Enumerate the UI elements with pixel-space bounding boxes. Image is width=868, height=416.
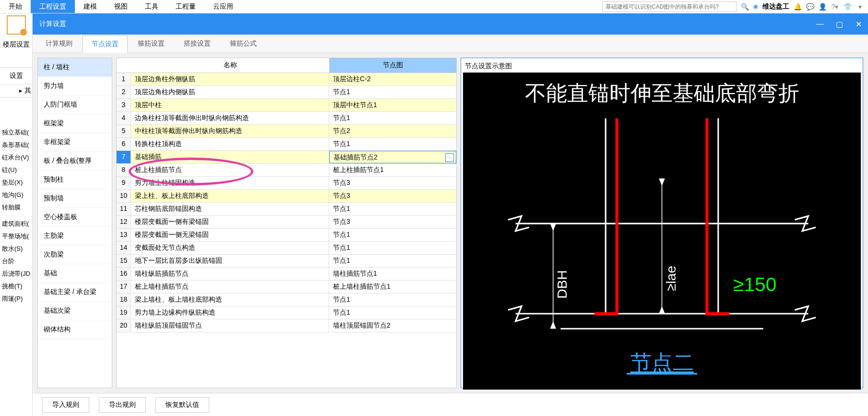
row-node[interactable]: 节点1 — [329, 306, 456, 319]
row-node[interactable]: 节点1 — [329, 242, 456, 254]
category-item-2[interactable]: 人防门框墙 — [38, 96, 112, 114]
search-icon[interactable]: 🔍 — [740, 2, 749, 11]
table-row[interactable]: 9剪力墙上柱锚固构造节点3 — [117, 177, 456, 190]
row-node[interactable]: 节点3 — [329, 190, 456, 202]
table-row[interactable]: 5中柱柱顶等截面伸出时纵向钢筋构造节点2 — [117, 125, 456, 138]
ellipsis-button[interactable]: ⋯ — [445, 153, 454, 162]
table-row[interactable]: 20墙柱纵筋顶层锚固节点墙柱顶层锚固节点2 — [117, 319, 456, 332]
menu-item-1[interactable]: 工程设置 — [31, 0, 75, 13]
table-row[interactable]: 4边角柱柱顶等截面伸出时纵向钢筋构造节点1 — [117, 112, 456, 125]
left-item-2[interactable]: 砫承台(V) — [0, 151, 32, 164]
menu-item-2[interactable]: 建模 — [75, 0, 106, 13]
left-item-4[interactable]: 垫层(X) — [0, 176, 32, 189]
left-item-10[interactable]: 散水(S) — [0, 243, 32, 255]
sidebar-sub[interactable]: ▸ 其 — [0, 85, 32, 98]
table-row[interactable]: 8桩上柱插筋节点桩上柱插筋节点1 — [117, 164, 456, 177]
row-node[interactable]: 节点1 — [329, 203, 456, 215]
category-item-13[interactable]: 基础次梁 — [38, 302, 112, 320]
category-item-6[interactable]: 预制柱 — [38, 171, 112, 189]
category-item-10[interactable]: 次肋梁 — [38, 245, 112, 264]
export-button[interactable]: 导出规则 — [99, 397, 146, 413]
chat-icon[interactable]: 💬 — [806, 2, 814, 11]
table-row[interactable]: 12楼层变截面一侧有梁锚固节点3 — [117, 216, 456, 229]
table-row[interactable]: 19剪力墙上边缘构件纵筋构造节点1 — [117, 306, 456, 319]
table-body[interactable]: 1顶层边角柱外侧纵筋顶层边柱C-22顶层边角柱内侧纵筋节点13顶层中柱顶层中柱节… — [117, 73, 456, 388]
sub-tab-4[interactable]: 箍筋公式 — [221, 35, 266, 52]
left-item-0[interactable]: 独立基础( — [0, 126, 32, 139]
category-item-4[interactable]: 非框架梁 — [38, 133, 112, 152]
row-node[interactable]: 节点3 — [329, 216, 456, 228]
table-row[interactable]: 13楼层变截面一侧无梁锚固节点1 — [117, 229, 456, 242]
user-icon[interactable]: 👤 — [818, 2, 827, 11]
row-node[interactable]: 节点1 — [329, 138, 456, 150]
menu-item-3[interactable]: 视图 — [106, 0, 136, 13]
row-node[interactable]: 节点1 — [329, 229, 456, 241]
table-row[interactable]: 3顶层中柱顶层中柱节点1 — [117, 99, 456, 112]
left-item-13[interactable]: 挑檐(T) — [0, 280, 32, 293]
sub-tab-2[interactable]: 箍筋设置 — [129, 35, 174, 52]
table-row[interactable]: 18梁上墙柱、板上墙柱底部构造节点1 — [117, 294, 456, 306]
help-icon[interactable]: ?▾ — [831, 2, 839, 11]
sub-tab-1[interactable]: 节点设置 — [83, 36, 128, 53]
table-row[interactable]: 11芯柱钢筋底部锚固构造节点1 — [117, 203, 456, 216]
dropdown-icon[interactable]: ▾ — [856, 2, 864, 11]
table-row[interactable]: 14变截面处无节点构造节点1 — [117, 242, 456, 255]
category-item-14[interactable]: 砌体结构 — [38, 320, 112, 339]
left-item-14[interactable]: 雨篷(P) — [0, 293, 32, 305]
sidebar-label-settings[interactable]: 设置 — [0, 67, 32, 85]
left-item-11[interactable]: 台阶 — [0, 255, 32, 268]
row-node[interactable]: 桩上墙柱插筋节点1 — [329, 281, 456, 293]
minimize-button[interactable]: — — [810, 13, 830, 35]
menu-item-0[interactable]: 开始 — [0, 0, 31, 13]
category-panel[interactable]: 柱 / 墙柱剪力墙人防门框墙框架梁非框架梁板 / 叠合板(整厚预制柱预制墙空心楼… — [37, 58, 112, 388]
category-item-5[interactable]: 板 / 叠合板(整厚 — [38, 152, 112, 171]
table-row[interactable]: 10梁上柱、板上柱底部构造节点3 — [117, 190, 456, 203]
category-item-12[interactable]: 基础主梁 / 承台梁 — [38, 283, 112, 302]
category-item-0[interactable]: 柱 / 墙柱 — [38, 58, 112, 77]
shirt-icon[interactable]: 👕 — [843, 2, 852, 11]
row-node[interactable]: 节点1 — [329, 86, 456, 98]
row-node[interactable]: 节点1 — [329, 255, 456, 267]
row-node[interactable]: 节点2 — [329, 125, 456, 137]
category-item-11[interactable]: 基础 — [38, 264, 112, 283]
table-row[interactable]: 16墙柱纵筋插筋节点墙柱插筋节点1 — [117, 268, 456, 281]
table-row[interactable]: 7基础插筋基础插筋节点2⋯ — [117, 151, 456, 164]
left-item-1[interactable]: 条形基础( — [0, 139, 32, 151]
maximize-button[interactable]: ▢ — [830, 13, 849, 35]
left-item-3[interactable]: 砫(U) — [0, 164, 32, 176]
menu-item-6[interactable]: 云应用 — [204, 0, 242, 13]
menu-item-4[interactable]: 工具 — [136, 0, 167, 13]
reset-button[interactable]: 恢复默认值 — [155, 397, 209, 413]
category-item-9[interactable]: 主肋梁 — [38, 227, 112, 245]
row-node[interactable]: 节点3 — [329, 177, 456, 189]
row-node[interactable]: 基础插筋节点2⋯ — [329, 151, 456, 163]
table-row[interactable]: 2顶层边角柱内侧纵筋节点1 — [117, 86, 456, 99]
table-row[interactable]: 1顶层边角柱外侧纵筋顶层边柱C-2 — [117, 73, 456, 86]
table-row[interactable]: 17桩上墙柱插筋节点桩上墙柱插筋节点1 — [117, 281, 456, 294]
row-node[interactable]: 桩上柱插筋节点1 — [329, 164, 456, 176]
left-item-12[interactable]: 后浇带(JD — [0, 268, 32, 280]
category-item-3[interactable]: 框架梁 — [38, 114, 112, 133]
row-node[interactable]: 节点1 — [329, 112, 456, 124]
gear-block[interactable] — [0, 13, 32, 37]
left-item-5[interactable]: 地沟(G) — [0, 189, 32, 201]
left-item-7[interactable] — [0, 214, 32, 218]
table-row[interactable]: 15地下一层比首层多出纵筋锚固节点1 — [117, 255, 456, 268]
left-item-6[interactable]: 转胎膜 — [0, 201, 32, 214]
sub-tab-3[interactable]: 搭接设置 — [175, 35, 220, 52]
row-node[interactable]: 顶层中柱节点1 — [329, 99, 456, 111]
row-node[interactable]: 顶层边柱C-2 — [329, 73, 456, 86]
left-item-8[interactable]: 建筑面积( — [0, 218, 32, 230]
menu-item-5[interactable]: 工程量 — [167, 0, 204, 13]
bell-icon[interactable]: 🔔 — [793, 2, 802, 11]
search-input[interactable] — [602, 1, 737, 12]
row-node[interactable]: 墙柱插筋节点1 — [329, 268, 456, 280]
category-item-1[interactable]: 剪力墙 — [38, 77, 112, 96]
sub-tab-0[interactable]: 计算规则 — [36, 35, 82, 52]
category-item-7[interactable]: 预制墙 — [38, 189, 112, 208]
sidebar-label-floor[interactable]: 楼层设置 — [0, 37, 32, 53]
close-button[interactable]: ✕ — [849, 13, 868, 35]
left-item-9[interactable]: 平整场地( — [0, 230, 32, 243]
row-node[interactable]: 节点1 — [329, 294, 456, 306]
row-node[interactable]: 墙柱顶层锚固节点2 — [329, 319, 456, 332]
